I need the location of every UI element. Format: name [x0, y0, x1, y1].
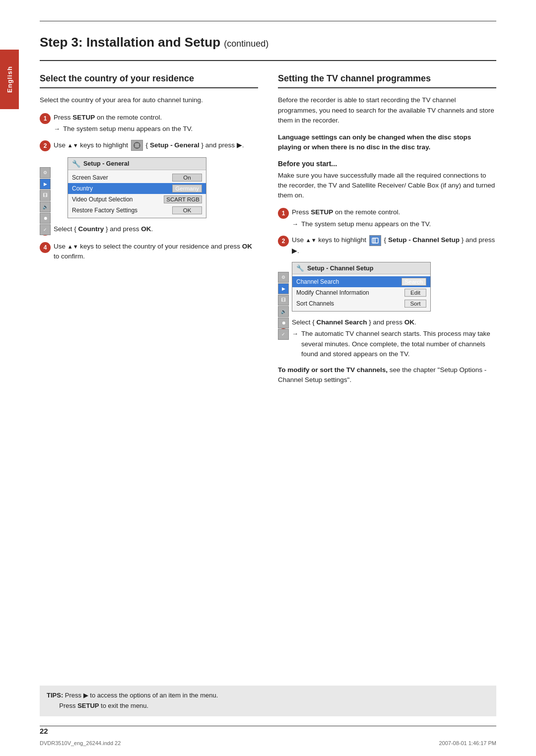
general-icon: [131, 140, 143, 151]
side-icon-image: 🎞: [40, 190, 51, 201]
ch-side-icon-img: 🎞: [278, 295, 289, 306]
side-icon-headphone: 🔊: [40, 201, 51, 212]
wrench-icon: 🔧: [72, 160, 80, 168]
before-start-heading: Before you start...: [278, 160, 496, 168]
left-intro-text: Select the country of your area for auto…: [40, 95, 258, 105]
page-number: 22: [40, 727, 48, 735]
right-step-3-arrow: → The automatic TV channel search starts…: [292, 329, 496, 359]
footer-right: 2007-08-01 1:46:17 PM: [439, 740, 496, 746]
left-column: Select the country of your residence Sel…: [40, 73, 258, 392]
ch-side-icon-sound: 🔊: [278, 306, 289, 317]
right-step-2: 2 Use ▲▼ keys to highlight { Setup - Cha…: [278, 235, 496, 256]
ch-side-icon-gear: ⚙: [278, 272, 289, 283]
modify-text: To modify or sort the TV channels, see t…: [278, 365, 496, 385]
left-step-4-content: Use ▲▼ keys to select the country of you…: [54, 242, 258, 262]
left-step-1: 1 Press SETUP on the remote control. → T…: [40, 113, 258, 134]
setup-general-box-wrapper: ⚙ ▶ 🎞 🔊 ⏺ ✓ 🔧 Setup - General: [54, 157, 258, 218]
page-wrapper: English Step 3: Installation and Setup (…: [0, 0, 536, 756]
left-step-2-content: Use ▲▼ keys to highlight {: [54, 140, 258, 151]
side-icon-gear: ⚙: [40, 167, 51, 178]
channel-row-sort: Sort Channels Sort: [292, 298, 430, 309]
right-step-1-arrow: → The system setup menu appears on the T…: [292, 219, 496, 229]
channel-side-icons: ⚙ ▶ 🎞 🔊 ⏺ ✓: [278, 272, 289, 340]
left-section-heading: Select the country of your residence: [40, 73, 258, 84]
setup-row-country: Country Germany: [68, 183, 206, 194]
ch-side-icon-arrow: ▶: [278, 283, 289, 294]
ch-side-icon-ok: ✓: [278, 329, 289, 340]
left-step-3-content: Select { Country } and press OK.: [54, 224, 258, 234]
bold-warning: Language settings can only be changed wh…: [278, 132, 496, 153]
tips-label: TIPS:: [47, 692, 63, 699]
tips-line1: Press ▶ to access the options of an item…: [65, 692, 218, 699]
tips-bar: TIPS: Press ▶ to access the options of a…: [40, 686, 496, 716]
left-step-3: 3 Select { Country } and press OK.: [40, 224, 258, 236]
left-step-1-content: Press SETUP on the remote control. → The…: [54, 113, 258, 134]
setup-row-screensaver: Screen Saver On: [68, 172, 206, 183]
channel-row-modify: Modify Channel Information Edit: [292, 287, 430, 298]
english-tab: English: [0, 50, 19, 109]
right-step-3: 3 Select { Channel Search } and press OK…: [278, 317, 496, 359]
setup-general-title: 🔧 Setup - General: [68, 158, 206, 170]
right-step-1-content: Press SETUP on the remote control. → The…: [292, 207, 496, 229]
side-icon-record: ⏺: [40, 213, 51, 224]
left-step-4: 4 Use ▲▼ keys to select the country of y…: [40, 242, 258, 262]
setup-channel-box: 🔧 Setup - Channel Setup Channel Search S…: [292, 262, 431, 312]
title-rule: [40, 60, 496, 61]
left-step-2-number: 2: [40, 140, 51, 151]
ch-side-icon-rec: ⏺: [278, 317, 289, 328]
channel-box-title: 🔧 Setup - Channel Setup: [292, 262, 430, 274]
before-start-text: Make sure you have successfully made all…: [278, 171, 496, 201]
setup-row-factory: Restore Factory Settings OK: [68, 205, 206, 216]
side-icon-column: ⚙ ▶ 🎞 🔊 ⏺ ✓: [40, 167, 51, 235]
side-icon-arrow: ▶: [40, 179, 51, 189]
left-step-2: 2 Use ▲▼ keys to highlight: [40, 140, 258, 151]
right-step-2-content: Use ▲▼ keys to highlight { Setup - Chann…: [292, 235, 496, 256]
left-step-1-arrow: → The system setup menu appears on the T…: [54, 124, 258, 134]
right-section-rule: [278, 87, 496, 88]
channel-box-wrapper: ⚙ ▶ 🎞 🔊 ⏺ ✓ 🔧 Setup - Channel Setup: [292, 262, 496, 312]
channel-wrench-icon: 🔧: [296, 264, 304, 272]
right-step-1: 1 Press SETUP on the remote control. → T…: [278, 207, 496, 229]
left-section-rule: [40, 87, 258, 88]
channel-row-search: Channel Search Search: [292, 276, 430, 287]
right-intro-text: Before the recorder is able to start rec…: [278, 95, 496, 126]
bottom-line: [40, 726, 496, 726]
setup-row-video: Video Output Selection SCART RGB: [68, 194, 206, 205]
two-column-layout: Select the country of your residence Sel…: [40, 73, 496, 392]
right-step-1-number: 1: [278, 208, 289, 219]
channel-icon: [369, 235, 381, 246]
right-section-heading: Setting the TV channel programmes: [278, 73, 496, 84]
top-decorative-line: [40, 21, 496, 21]
left-step-1-number: 1: [40, 113, 51, 124]
english-label: English: [6, 66, 13, 93]
side-icon-check: ✓: [40, 224, 51, 235]
setup-general-body: Screen Saver On Country Germany Video Ou…: [68, 170, 206, 218]
right-step-2-number: 2: [278, 236, 289, 247]
setup-general-box: 🔧 Setup - General Screen Saver On Countr…: [67, 157, 206, 218]
right-step-3-content: Select { Channel Search } and press OK. …: [292, 317, 496, 359]
channel-box-body: Channel Search Search Modify Channel Inf…: [292, 274, 430, 311]
footer-left: DVDR3510V_eng_26244.indd 22: [40, 740, 121, 746]
main-content: Step 3: Installation and Setup (continue…: [0, 0, 536, 432]
page-title: Step 3: Installation and Setup (continue…: [40, 30, 496, 50]
right-column: Setting the TV channel programmes Before…: [278, 73, 496, 392]
tips-line2: Press SETUP to exit the menu.: [47, 702, 148, 709]
left-step-4-number: 4: [40, 242, 51, 253]
